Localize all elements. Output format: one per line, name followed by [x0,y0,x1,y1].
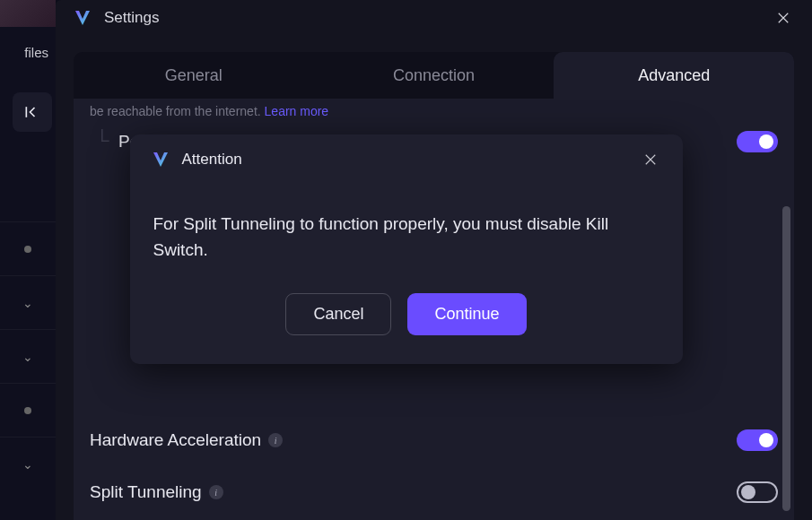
app-logo-icon [150,149,171,170]
tab-connection[interactable]: Connection [314,52,554,99]
dialog-title: Attention [182,151,627,169]
toggle-hardware-acceleration[interactable] [737,429,778,451]
dialog-header: Attention [130,134,683,185]
cancel-button[interactable]: Cancel [285,293,391,335]
settings-header: Settings [56,0,812,39]
close-dialog-button[interactable] [638,147,663,172]
close-settings-button[interactable] [771,5,796,30]
setting-description: be reachable from the internet. Learn mo… [90,104,778,118]
tab-advanced[interactable]: Advanced [554,52,794,99]
list-item[interactable]: ⌄ [0,275,56,329]
learn-more-link[interactable]: Learn more [265,104,329,118]
chevron-down-icon: ⌄ [22,350,33,364]
tab-general[interactable]: General [74,52,314,99]
toggle-split-tunneling[interactable] [737,481,778,503]
continue-button[interactable]: Continue [407,293,526,335]
tree-marker-icon: └ [95,129,109,152]
list-item[interactable] [0,221,56,275]
setting-hardware-acceleration: Hardware Acceleration i [90,414,778,466]
setting-split-tunneling: Split Tunneling i [90,466,778,518]
list-item[interactable] [0,383,56,437]
profiles-label-fragment: files [0,45,56,60]
toggle-port-forwarding-shortcut[interactable] [737,131,778,152]
setting-label: Split Tunneling [90,482,202,502]
info-icon[interactable]: i [268,433,283,447]
sidebar-fragment: files ⌄ ⌄ ⌄ [0,0,56,520]
scrollbar-thumb[interactable] [782,206,790,511]
list-item[interactable]: ⌄ [0,329,56,383]
sidebar-country-list-fragment: ⌄ ⌄ ⌄ [0,221,56,490]
collapse-sidebar-button[interactable] [13,92,52,132]
description-text: be reachable from the internet. [90,104,261,118]
setting-label: Hardware Acceleration [90,430,261,450]
list-item[interactable]: ⌄ [0,437,56,490]
dialog-actions: Cancel Continue [130,281,683,364]
sidebar-thumbnail [0,0,56,27]
dialog-message: For Split Tunneling to function properly… [130,185,683,281]
chevron-down-icon: ⌄ [22,457,33,472]
settings-tab-bar: General Connection Advanced [74,52,794,99]
attention-dialog: Attention For Split Tunneling to functio… [130,134,683,364]
settings-title: Settings [104,9,760,27]
app-logo-icon [72,7,93,29]
chevron-down-icon: ⌄ [22,296,33,310]
info-icon[interactable]: i [209,485,223,499]
